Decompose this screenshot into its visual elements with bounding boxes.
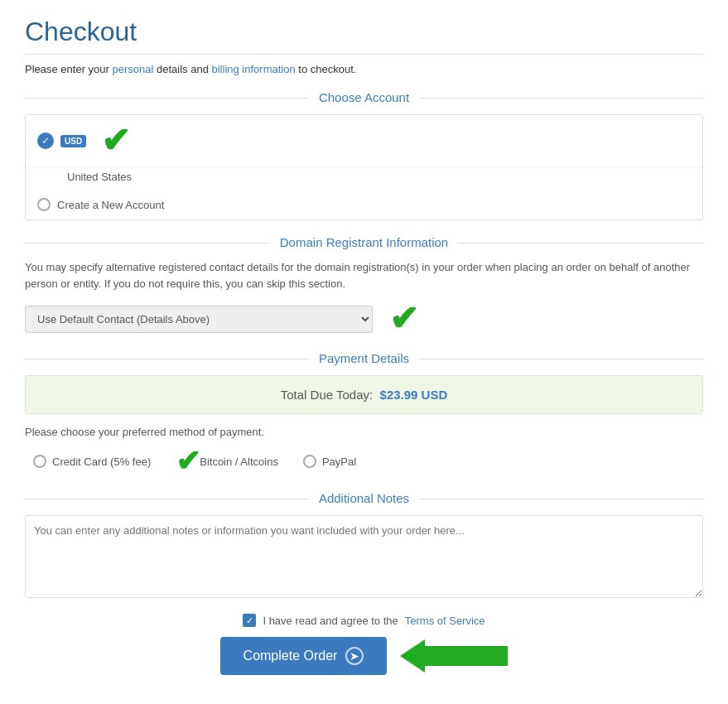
paypal-radio-icon: [303, 455, 316, 468]
bitcoin-checkmark-icon: ✔: [176, 446, 200, 476]
domain-registrant-header: Domain Registrant Information: [25, 235, 703, 249]
paypal-option[interactable]: PayPal: [303, 455, 356, 468]
payment-details-header: Payment Details: [25, 351, 703, 365]
terms-link[interactable]: Terms of Service: [405, 615, 485, 627]
terms-row: I have read and agree to the Terms of Se…: [25, 614, 703, 627]
green-arrow-annotation: [400, 639, 508, 673]
domain-contact-select[interactable]: Use Default Contact (Details Above): [25, 306, 373, 333]
title-divider: [25, 54, 703, 55]
domain-contact-row: Use Default Contact (Details Above) ✔: [25, 301, 703, 336]
page-title: Checkout: [25, 17, 703, 47]
radio-circle-icon: [37, 198, 51, 211]
create-new-account-option[interactable]: Create a New Account: [26, 190, 702, 219]
additional-notes-header: Additional Notes: [25, 491, 703, 505]
total-amount: $23.99 USD: [380, 388, 448, 402]
additional-notes-section: [25, 515, 703, 600]
credit-card-option[interactable]: Credit Card (5% fee): [33, 455, 151, 468]
terms-checkbox[interactable]: [243, 614, 256, 627]
payment-desc: Please choose your preferred method of p…: [25, 426, 703, 438]
credit-card-label: Credit Card (5% fee): [52, 456, 151, 468]
bitcoin-option[interactable]: ✔ Bitcoin / Altcoins: [176, 446, 278, 476]
complete-order-arrow-icon: ➤: [345, 647, 364, 665]
arrow-head-icon: [400, 639, 425, 673]
payment-details-section: Total Due Today: $23.99 USD Please choos…: [25, 375, 703, 476]
terms-text: I have read and agree to the: [263, 615, 398, 627]
intro-text: Please enter your personal details and b…: [25, 63, 703, 75]
total-label: Total Due Today:: [281, 388, 373, 402]
additional-notes-textarea[interactable]: [25, 515, 703, 598]
usd-account-option[interactable]: USD ✔: [26, 115, 702, 167]
complete-order-row: Complete Order ➤: [25, 637, 703, 675]
country-label: United States: [37, 171, 691, 183]
selected-check-icon: [37, 133, 54, 149]
complete-order-label: Complete Order: [243, 649, 338, 663]
bitcoin-label: Bitcoin / Altcoins: [200, 456, 278, 468]
account-box: USD ✔ United States Create a New Account: [25, 114, 703, 220]
total-due-bar: Total Due Today: $23.99 USD: [25, 375, 703, 414]
choose-account-header: Choose Account: [25, 90, 703, 104]
complete-order-button[interactable]: Complete Order ➤: [220, 637, 388, 675]
credit-radio-icon: [33, 455, 46, 468]
arrow-body-icon: [425, 646, 508, 666]
paypal-label: PayPal: [322, 456, 356, 468]
domain-desc: You may specify alternative registered c…: [25, 259, 703, 292]
country-label-row: United States: [26, 167, 702, 190]
currency-badge: USD: [60, 135, 86, 147]
create-new-account-label: Create a New Account: [57, 199, 164, 211]
domain-checkmark-icon: ✔: [389, 301, 418, 336]
payment-options-row: Credit Card (5% fee) ✔ Bitcoin / Altcoin…: [25, 446, 703, 476]
account-checkmark-icon: ✔: [101, 123, 130, 158]
